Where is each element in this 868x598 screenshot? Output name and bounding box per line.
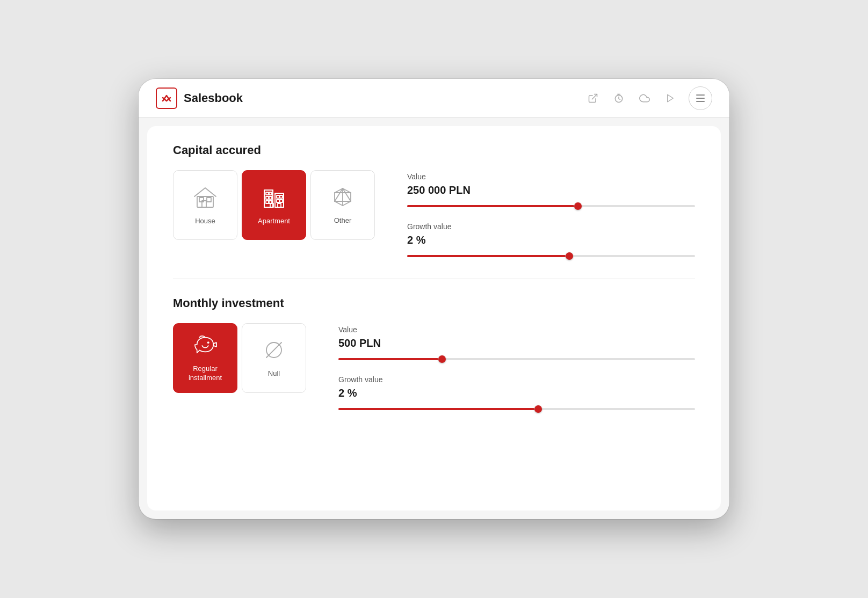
main-content: Capital accured	[147, 126, 721, 511]
capital-value-display: 250 000 PLN	[407, 184, 695, 196]
null-card[interactable]: Null	[242, 323, 306, 393]
svg-rect-15	[266, 196, 269, 199]
piggy-bank-icon	[193, 333, 218, 359]
capital-accured-body: House	[173, 170, 695, 257]
monthly-growth-fill	[338, 408, 534, 410]
svg-rect-22	[280, 200, 283, 202]
monthly-growth-track[interactable]	[338, 408, 695, 410]
menu-line-1	[696, 94, 705, 96]
section-divider	[173, 279, 695, 279]
svg-rect-24	[278, 203, 281, 207]
regular-installment-card[interactable]: Regularinstallment	[173, 323, 237, 393]
capital-value-fill	[407, 205, 574, 207]
monthly-growth-label: Growth value	[338, 375, 695, 384]
apartment-label: Apartment	[258, 217, 290, 225]
monthly-value-thumb	[438, 355, 446, 363]
monthly-value-track[interactable]	[338, 358, 695, 360]
play-icon[interactable]	[663, 91, 678, 106]
menu-line-2	[696, 98, 705, 99]
svg-rect-23	[270, 203, 273, 207]
svg-rect-19	[277, 195, 279, 198]
svg-rect-6	[207, 198, 211, 202]
capital-cards-row: House	[173, 170, 375, 240]
capital-value-track[interactable]	[407, 205, 695, 207]
logo-area: Salesbook	[156, 87, 243, 109]
capital-sliders-panel: Value 250 000 PLN Growth value 2 %	[407, 170, 695, 257]
capital-growth-display: 2 %	[407, 234, 695, 246]
svg-rect-16	[269, 196, 272, 199]
svg-rect-17	[266, 201, 269, 203]
monthly-investment-section: Monthly investment	[173, 296, 695, 410]
house-label: House	[195, 217, 215, 225]
regular-installment-label: Regularinstallment	[189, 364, 222, 383]
apartment-card[interactable]: Apartment	[242, 170, 306, 240]
null-icon	[263, 339, 285, 364]
header-icons	[585, 86, 712, 110]
timer-icon[interactable]	[611, 91, 626, 106]
capital-value-group: Value 250 000 PLN	[407, 172, 695, 207]
monthly-growth-display: 2 %	[338, 387, 695, 399]
share-icon[interactable]	[585, 91, 601, 106]
monthly-investment-body: Regularinstallment Null	[173, 323, 695, 410]
other-icon	[332, 186, 353, 211]
capital-value-label: Value	[407, 172, 695, 181]
null-label: Null	[268, 369, 280, 377]
salesbook-logo-svg	[161, 92, 172, 104]
cloud-icon[interactable]	[637, 91, 652, 106]
svg-marker-2	[668, 94, 674, 102]
svg-point-25	[207, 341, 209, 344]
capital-growth-thumb	[566, 252, 573, 260]
capital-value-thumb	[574, 202, 582, 210]
svg-rect-14	[269, 192, 272, 195]
monthly-growth-thumb	[534, 405, 542, 413]
menu-button[interactable]	[689, 86, 712, 110]
capital-growth-fill	[407, 255, 566, 257]
capital-growth-label: Growth value	[407, 222, 695, 231]
svg-rect-20	[280, 195, 283, 198]
menu-line-3	[696, 101, 705, 102]
capital-growth-group: Growth value 2 %	[407, 222, 695, 257]
other-label: Other	[334, 216, 352, 224]
monthly-value-fill	[338, 358, 438, 360]
svg-line-0	[592, 94, 597, 99]
header: Salesbook	[139, 79, 729, 118]
svg-rect-21	[277, 200, 279, 202]
monthly-sliders-panel: Value 500 PLN Growth value 2 %	[338, 323, 695, 410]
monthly-cards-row: Regularinstallment Null	[173, 323, 306, 393]
other-card[interactable]: Other	[310, 170, 375, 240]
monthly-investment-title: Monthly investment	[173, 296, 695, 310]
monthly-value-group: Value 500 PLN	[338, 325, 695, 360]
apartment-icon	[262, 186, 286, 212]
monthly-value-label: Value	[338, 325, 695, 334]
monthly-value-display: 500 PLN	[338, 337, 695, 349]
capital-growth-track[interactable]	[407, 255, 695, 257]
house-icon	[193, 186, 218, 212]
monthly-growth-group: Growth value 2 %	[338, 375, 695, 410]
svg-rect-13	[266, 192, 269, 195]
capital-accured-title: Capital accured	[173, 143, 695, 157]
logo-icon	[156, 87, 177, 109]
device-frame: Salesbook	[139, 79, 729, 519]
logo-text: Salesbook	[184, 91, 243, 105]
capital-accured-section: Capital accured	[173, 143, 695, 257]
house-card[interactable]: House	[173, 170, 237, 240]
